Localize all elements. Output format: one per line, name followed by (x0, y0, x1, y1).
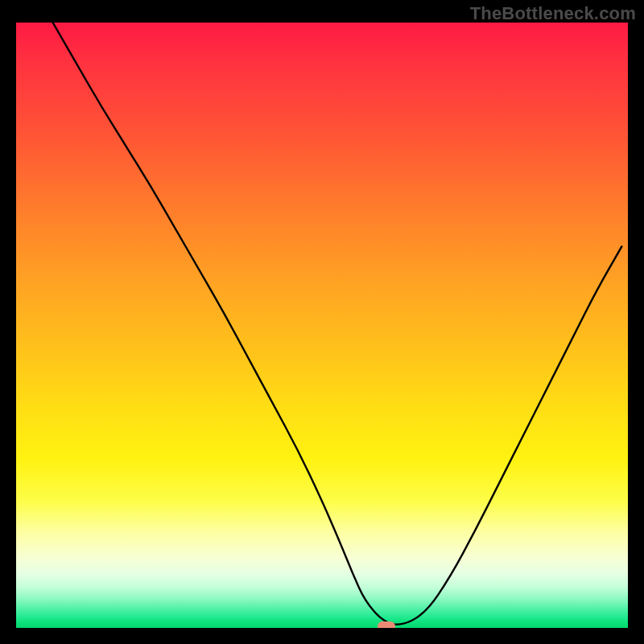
curve-svg (16, 23, 628, 628)
optimal-marker (378, 621, 395, 628)
plot-area (16, 23, 628, 628)
bottleneck-curve (53, 23, 622, 625)
watermark-text: TheBottleneck.com (470, 3, 636, 24)
chart-frame: TheBottleneck.com (0, 0, 644, 644)
